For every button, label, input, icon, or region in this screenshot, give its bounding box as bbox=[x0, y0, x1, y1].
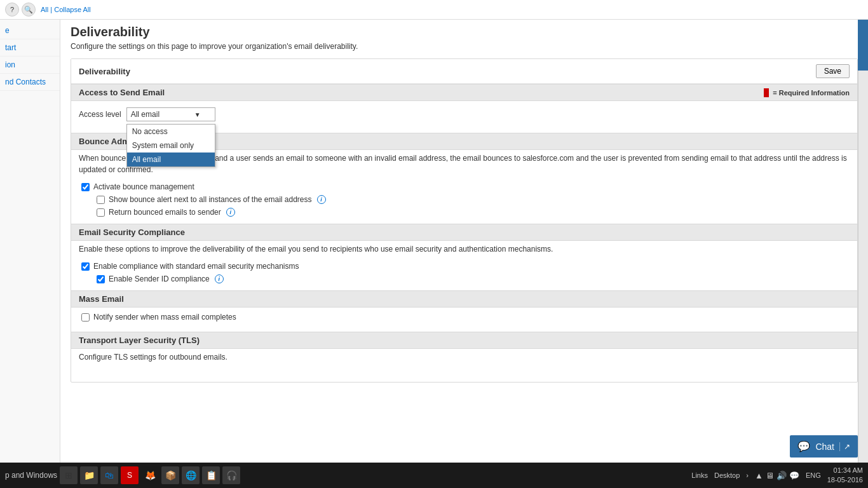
taskbar-left-text: p and Windows bbox=[5, 471, 57, 480]
taskbar-left: p and Windows ⊞ 📁 🛍 S 🦊 📦 🌐 📋 🎧 bbox=[5, 466, 240, 484]
activate-bounce-checkbox[interactable] bbox=[81, 183, 90, 191]
tls-description: Configure TLS settings for outbound emai… bbox=[71, 349, 857, 382]
compliance-label: Enable compliance with standard email se… bbox=[93, 262, 299, 271]
page-title-bar: Deliverability Configure the settings on… bbox=[60, 20, 868, 53]
email-security-section: Email Security Compliance Enable these o… bbox=[71, 224, 857, 285]
dropdown-option-system-only[interactable]: System email only bbox=[127, 139, 215, 152]
tls-section: Transport Layer Security (TLS) Configure… bbox=[71, 332, 857, 382]
taskbar-icon-orange[interactable]: 📋 bbox=[202, 466, 220, 484]
taskbar-app-icons: ⊞ 📁 🛍 S 🦊 📦 🌐 📋 🎧 bbox=[60, 466, 240, 484]
sender-id-row: Enable Sender ID compliance i bbox=[71, 273, 857, 285]
taskbar-volume-icon[interactable]: 🔊 bbox=[776, 471, 787, 480]
notify-checkbox[interactable] bbox=[81, 313, 90, 322]
taskbar-links[interactable]: Links bbox=[691, 471, 708, 479]
chat-button[interactable]: 💬 Chat ↗ bbox=[790, 435, 858, 458]
access-section-heading: Access to Send Email = Required Informat… bbox=[71, 85, 857, 101]
chat-label: Chat bbox=[815, 442, 834, 452]
email-security-heading: Email Security Compliance bbox=[71, 224, 857, 241]
sender-id-label: Enable Sender ID compliance bbox=[109, 274, 210, 283]
taskbar-icon-s[interactable]: S bbox=[121, 466, 139, 484]
page-title: Deliverability bbox=[71, 25, 858, 39]
content-area: Deliverability Configure the settings on… bbox=[60, 20, 868, 488]
sender-id-info-icon[interactable]: i bbox=[215, 274, 224, 283]
compliance-row: Enable compliance with standard email se… bbox=[71, 260, 857, 273]
taskbar-icon-explorer[interactable]: 📁 bbox=[80, 466, 98, 484]
dropdown-display[interactable]: All email ▼ bbox=[126, 107, 215, 121]
taskbar: p and Windows ⊞ 📁 🛍 S 🦊 📦 🌐 📋 🎧 Links De… bbox=[0, 463, 868, 488]
deliverability-panel: Deliverability Save Access to Send Email… bbox=[71, 58, 858, 383]
expand-collapse-links[interactable]: All | Collapse All bbox=[41, 6, 91, 13]
scrollbar[interactable]: ▼ bbox=[858, 20, 868, 488]
chat-icon: 💬 bbox=[797, 440, 810, 452]
required-text: = Required Information bbox=[773, 89, 850, 97]
dropdown-arrow-icon: ▼ bbox=[194, 111, 201, 118]
sidebar-item-contacts[interactable]: nd Contacts bbox=[0, 74, 60, 91]
top-bar-icons: ? 🔍 bbox=[5, 3, 36, 17]
show-bounce-row: Show bounce alert next to all instances … bbox=[71, 193, 857, 206]
access-level-row: Access level All email All email ▼ bbox=[71, 101, 857, 128]
access-level-label: Access level bbox=[79, 110, 121, 119]
return-bounced-checkbox[interactable] bbox=[97, 208, 105, 217]
taskbar-icon-grey[interactable]: 🎧 bbox=[222, 466, 240, 484]
dropdown-option-all-email[interactable]: All email bbox=[127, 152, 215, 166]
access-level-select-wrapper: All email All email ▼ No access System e… bbox=[126, 107, 215, 121]
return-bounced-label: Return bounced emails to sender bbox=[109, 208, 221, 217]
taskbar-sys-icons: ▲ 🖥 🔊 💬 bbox=[755, 471, 799, 480]
taskbar-clock: 01:34 AM 18-05-2016 bbox=[827, 466, 863, 485]
taskbar-right: Links Desktop › ▲ 🖥 🔊 💬 ENG 01:34 AM 18-… bbox=[691, 466, 863, 485]
sidebar-item-tart[interactable]: tart bbox=[0, 39, 60, 57]
return-bounced-info-icon[interactable]: i bbox=[226, 208, 235, 217]
tls-heading: Transport Layer Security (TLS) bbox=[71, 332, 857, 349]
access-section-title: Access to Send Email bbox=[79, 88, 165, 97]
email-security-description: Enable these options to improve the deli… bbox=[71, 241, 857, 260]
mass-email-heading: Mass Email bbox=[71, 291, 857, 308]
return-bounced-row: Return bounced emails to sender i bbox=[71, 206, 857, 219]
help-icon[interactable]: ? bbox=[5, 3, 19, 17]
sender-id-checkbox[interactable] bbox=[97, 275, 105, 283]
panel-save-row: Deliverability Save bbox=[71, 59, 857, 84]
taskbar-caret-up[interactable]: ▲ bbox=[755, 471, 763, 480]
taskbar-desktop[interactable]: Desktop bbox=[714, 471, 740, 479]
mass-email-section: Mass Email Notify sender when mass email… bbox=[71, 290, 857, 327]
sidebar-item-ion[interactable]: ion bbox=[0, 57, 60, 74]
notify-label: Notify sender when mass email completes bbox=[93, 313, 236, 322]
taskbar-chevron[interactable]: › bbox=[746, 471, 749, 479]
taskbar-message-icon[interactable]: 💬 bbox=[789, 471, 799, 480]
taskbar-icon-green[interactable]: 📦 bbox=[161, 466, 179, 484]
notify-row: Notify sender when mass email completes bbox=[71, 308, 857, 327]
dropdown-menu: No access System email only All email bbox=[126, 124, 215, 167]
dropdown-option-no-access[interactable]: No access bbox=[127, 125, 215, 139]
required-icon bbox=[764, 88, 769, 97]
sidebar-item-e[interactable]: e bbox=[0, 22, 60, 39]
page-subtitle: Configure the settings on this page to i… bbox=[71, 42, 858, 51]
panel-title: Deliverability bbox=[79, 67, 130, 76]
chat-expand-icon[interactable]: ↗ bbox=[839, 442, 850, 451]
show-bounce-checkbox[interactable] bbox=[97, 196, 105, 204]
taskbar-icon-firefox[interactable]: 🦊 bbox=[141, 466, 159, 484]
expand-all-link[interactable]: All bbox=[41, 6, 48, 13]
search-icon[interactable]: 🔍 bbox=[22, 3, 36, 17]
show-bounce-info-icon[interactable]: i bbox=[317, 195, 326, 204]
taskbar-monitor-icon[interactable]: 🖥 bbox=[766, 471, 774, 480]
save-button[interactable]: Save bbox=[816, 64, 850, 78]
taskbar-time: 01:34 AM bbox=[827, 466, 863, 475]
compliance-checkbox[interactable] bbox=[81, 262, 90, 271]
main-layout: e tart ion nd Contacts Deliverability Co… bbox=[0, 20, 868, 488]
sidebar: e tart ion nd Contacts bbox=[0, 20, 60, 488]
taskbar-icon-windows[interactable]: ⊞ bbox=[60, 466, 78, 484]
activate-bounce-label: Activate bounce management bbox=[93, 182, 194, 191]
scrollbar-thumb bbox=[858, 20, 868, 71]
access-section: Access to Send Email = Required Informat… bbox=[71, 84, 857, 128]
taskbar-icon-chrome[interactable]: 🌐 bbox=[182, 466, 200, 484]
collapse-all-link[interactable]: Collapse All bbox=[54, 6, 90, 13]
taskbar-lang[interactable]: ENG bbox=[806, 471, 821, 479]
activate-bounce-row: Activate bounce management bbox=[71, 180, 857, 193]
show-bounce-label: Show bounce alert next to all instances … bbox=[109, 195, 312, 204]
taskbar-icon-store[interactable]: 🛍 bbox=[100, 466, 118, 484]
required-info: = Required Information bbox=[764, 88, 850, 97]
dropdown-current-value: All email bbox=[131, 110, 159, 119]
taskbar-date: 18-05-2016 bbox=[827, 475, 863, 485]
top-bar: ? 🔍 All | Collapse All bbox=[0, 0, 868, 20]
